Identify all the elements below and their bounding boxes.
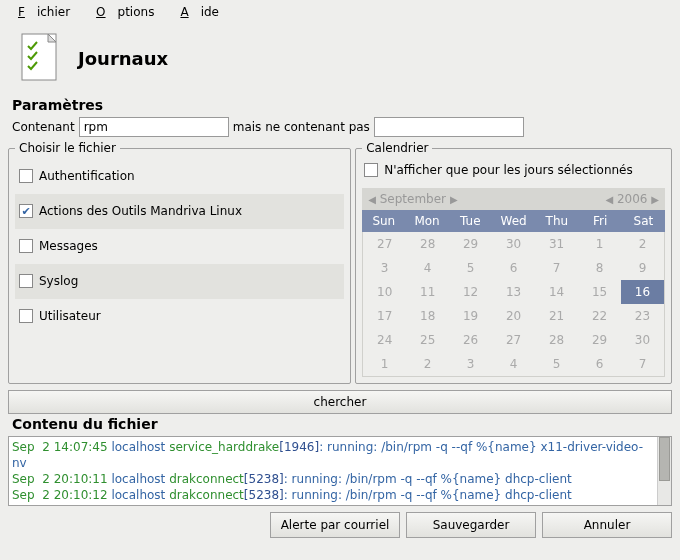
page-title: Journaux [78,48,168,69]
calendar-legend: Calendrier [362,141,432,155]
calendar-day[interactable]: 19 [449,304,492,328]
calendar-day[interactable]: 6 [578,352,621,376]
calendar-day[interactable]: 4 [492,352,535,376]
day-header: Tue [449,210,492,232]
calendar-day[interactable]: 3 [363,256,406,280]
not-containing-input[interactable] [374,117,524,137]
file-item[interactable]: Messages [15,229,344,264]
calendar-day[interactable]: 18 [406,304,449,328]
file-checkbox[interactable] [19,309,33,323]
calendar-day[interactable]: 11 [406,280,449,304]
file-checkbox[interactable] [19,274,33,288]
scrollbar-thumb[interactable] [659,437,670,481]
header: Journaux [0,24,680,97]
save-button[interactable]: Sauvegarder [406,512,536,538]
calendar-day[interactable]: 28 [406,232,449,256]
calendar-day[interactable]: 2 [406,352,449,376]
file-item-label: Authentification [39,169,135,183]
calendar-day[interactable]: 14 [535,280,578,304]
year-label: 2006 [617,192,648,206]
calendar-day[interactable]: 23 [621,304,664,328]
calendar-day[interactable]: 15 [578,280,621,304]
only-selected-checkbox[interactable] [364,163,378,177]
calendar-day[interactable]: 9 [621,256,664,280]
calendar-day[interactable]: 25 [406,328,449,352]
calendar-day[interactable]: 31 [535,232,578,256]
calendar-day[interactable]: 1 [578,232,621,256]
month-next[interactable]: ▶ [450,194,458,205]
calendar-day[interactable]: 21 [535,304,578,328]
calendar-day[interactable]: 20 [492,304,535,328]
calendar-day[interactable]: 13 [492,280,535,304]
month-label: September [380,192,446,206]
calendar-day[interactable]: 5 [449,256,492,280]
menu-file[interactable]: Fichier [6,3,82,21]
calendar-day[interactable]: 8 [578,256,621,280]
calendar-day[interactable]: 30 [492,232,535,256]
calendar-day[interactable]: 2 [621,232,664,256]
params-heading: Paramètres [0,97,680,115]
containing-input[interactable] [79,117,229,137]
file-group: Choisir le fichier AuthentificationActio… [8,141,351,384]
calendar-header: ◀ September ▶ ◀ 2006 ▶ [362,188,665,210]
file-item[interactable]: Utilisateur [15,299,344,334]
scrollbar[interactable] [657,437,671,505]
calendar-day[interactable]: 7 [621,352,664,376]
year-next[interactable]: ▶ [651,194,659,205]
calendar-day[interactable]: 16 [621,280,664,304]
day-header: Sun [362,210,405,232]
menu-options[interactable]: Options [84,3,166,21]
filter-row: Contenant mais ne contenant pas [0,115,680,141]
calendar-day[interactable]: 27 [363,232,406,256]
day-header: Sat [622,210,665,232]
log-line: Sep 3 09:03:27 localhost rpmdrake[5763]:… [12,503,654,505]
calendar-day[interactable]: 5 [535,352,578,376]
file-item[interactable]: Actions des Outils Mandriva Linux [15,194,344,229]
calendar-day[interactable]: 27 [492,328,535,352]
file-checkbox[interactable] [19,204,33,218]
file-item-label: Messages [39,239,98,253]
day-header: Fri [578,210,621,232]
file-item[interactable]: Authentification [15,159,344,194]
file-item-label: Utilisateur [39,309,101,323]
cancel-button[interactable]: Annuler [542,512,672,538]
calendar-day[interactable]: 10 [363,280,406,304]
calendar-group: Calendrier N'afficher que pour les jours… [355,141,672,384]
calendar-day[interactable]: 26 [449,328,492,352]
search-button[interactable]: chercher [8,390,672,414]
year-prev[interactable]: ◀ [605,194,613,205]
app-icon [16,32,62,85]
log-line: Sep 2 20:10:11 localhost drakconnect[523… [12,471,654,487]
calendar-day[interactable]: 12 [449,280,492,304]
menu-help[interactable]: Aide [168,3,231,21]
day-header: Mon [405,210,448,232]
footer: Alerte par courriel Sauvegarder Annuler [0,506,680,544]
calendar-day[interactable]: 17 [363,304,406,328]
calendar-day[interactable]: 7 [535,256,578,280]
calendar-day[interactable]: 29 [449,232,492,256]
calendar-day[interactable]: 6 [492,256,535,280]
log-line: Sep 2 14:07:45 localhost service_harddra… [12,439,654,471]
not-containing-label: mais ne contenant pas [233,120,370,134]
file-checkbox[interactable] [19,169,33,183]
calendar-day[interactable]: 22 [578,304,621,328]
log-line: Sep 2 20:10:12 localhost drakconnect[523… [12,487,654,503]
mail-alert-button[interactable]: Alerte par courriel [270,512,400,538]
calendar-day[interactable]: 29 [578,328,621,352]
calendar-day[interactable]: 1 [363,352,406,376]
file-group-legend: Choisir le fichier [15,141,120,155]
file-item[interactable]: Syslog [15,264,344,299]
log-output: Sep 2 14:07:45 localhost service_harddra… [8,436,672,506]
calendar-day[interactable]: 28 [535,328,578,352]
month-prev[interactable]: ◀ [368,194,376,205]
calendar-day[interactable]: 4 [406,256,449,280]
calendar-day[interactable]: 3 [449,352,492,376]
day-header: Wed [492,210,535,232]
calendar-day[interactable]: 30 [621,328,664,352]
calendar-day[interactable]: 24 [363,328,406,352]
content-heading: Contenu du fichier [0,416,680,434]
only-selected-label: N'afficher que pour les jours sélectionn… [384,163,633,177]
file-item-label: Actions des Outils Mandriva Linux [39,204,242,218]
file-checkbox[interactable] [19,239,33,253]
file-item-label: Syslog [39,274,78,288]
